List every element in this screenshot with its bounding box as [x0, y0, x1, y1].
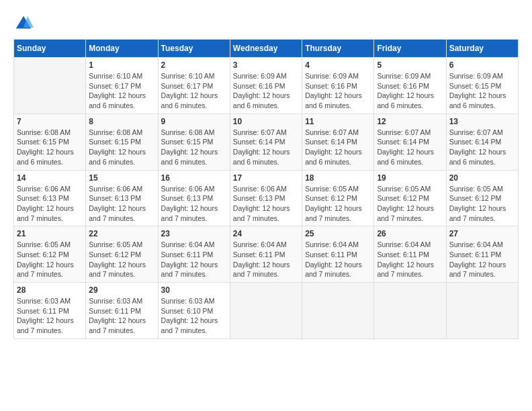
calendar-week-1: 1Sunrise: 6:10 AM Sunset: 6:17 PM Daylig… — [14, 58, 519, 114]
calendar-cell: 12Sunrise: 6:07 AM Sunset: 6:14 PM Dayli… — [374, 113, 446, 170]
day-info: Sunrise: 6:04 AM Sunset: 6:11 PM Dayligh… — [233, 240, 299, 279]
calendar-cell: 8Sunrise: 6:08 AM Sunset: 6:15 PM Daylig… — [86, 113, 158, 170]
day-number: 19 — [377, 173, 443, 183]
calendar-cell: 29Sunrise: 6:03 AM Sunset: 6:11 PM Dayli… — [86, 283, 158, 339]
calendar-cell: 14Sunrise: 6:06 AM Sunset: 6:13 PM Dayli… — [14, 170, 86, 226]
calendar-table: SundayMondayTuesdayWednesdayThursdayFrid… — [13, 39, 519, 339]
day-number: 24 — [233, 229, 299, 238]
calendar-body: 1Sunrise: 6:10 AM Sunset: 6:17 PM Daylig… — [14, 58, 519, 339]
day-number: 10 — [233, 117, 299, 126]
day-info: Sunrise: 6:05 AM Sunset: 6:12 PM Dayligh… — [17, 240, 83, 279]
day-number: 26 — [377, 229, 443, 238]
calendar-cell: 17Sunrise: 6:06 AM Sunset: 6:13 PM Dayli… — [230, 170, 302, 226]
calendar-cell: 26Sunrise: 6:04 AM Sunset: 6:11 PM Dayli… — [374, 226, 446, 283]
day-info: Sunrise: 6:09 AM Sunset: 6:16 PM Dayligh… — [305, 71, 371, 111]
day-number: 13 — [449, 117, 515, 126]
weekday-header-row: SundayMondayTuesdayWednesdayThursdayFrid… — [14, 40, 519, 58]
day-info: Sunrise: 6:03 AM Sunset: 6:11 PM Dayligh… — [17, 296, 83, 336]
day-info: Sunrise: 6:10 AM Sunset: 6:17 PM Dayligh… — [161, 71, 227, 111]
day-info: Sunrise: 6:08 AM Sunset: 6:15 PM Dayligh… — [17, 128, 83, 167]
day-number: 17 — [233, 173, 299, 183]
day-number: 22 — [89, 229, 154, 238]
calendar-cell — [14, 58, 86, 114]
calendar-week-2: 7Sunrise: 6:08 AM Sunset: 6:15 PM Daylig… — [14, 113, 519, 170]
day-info: Sunrise: 6:03 AM Sunset: 6:10 PM Dayligh… — [161, 296, 227, 336]
calendar-cell — [446, 283, 518, 339]
day-info: Sunrise: 6:09 AM Sunset: 6:16 PM Dayligh… — [377, 71, 443, 111]
day-info: Sunrise: 6:06 AM Sunset: 6:13 PM Dayligh… — [17, 184, 83, 224]
weekday-header-saturday: Saturday — [446, 40, 518, 58]
day-number: 30 — [161, 285, 227, 295]
day-info: Sunrise: 6:06 AM Sunset: 6:13 PM Dayligh… — [161, 184, 227, 224]
day-info: Sunrise: 6:07 AM Sunset: 6:14 PM Dayligh… — [449, 128, 515, 167]
day-info: Sunrise: 6:08 AM Sunset: 6:15 PM Dayligh… — [161, 128, 227, 167]
day-info: Sunrise: 6:06 AM Sunset: 6:13 PM Dayligh… — [233, 184, 299, 224]
page-header — [13, 13, 519, 34]
day-info: Sunrise: 6:07 AM Sunset: 6:14 PM Dayligh… — [377, 128, 443, 167]
logo — [13, 13, 36, 34]
day-number: 29 — [89, 285, 154, 295]
day-number: 21 — [17, 229, 83, 238]
calendar-cell: 2Sunrise: 6:10 AM Sunset: 6:17 PM Daylig… — [158, 58, 230, 114]
calendar-cell: 20Sunrise: 6:05 AM Sunset: 6:12 PM Dayli… — [446, 170, 518, 226]
calendar-cell: 15Sunrise: 6:06 AM Sunset: 6:13 PM Dayli… — [86, 170, 158, 226]
weekday-header-friday: Friday — [374, 40, 446, 58]
day-info: Sunrise: 6:03 AM Sunset: 6:11 PM Dayligh… — [89, 296, 154, 336]
day-info: Sunrise: 6:04 AM Sunset: 6:11 PM Dayligh… — [161, 240, 227, 279]
calendar-cell: 19Sunrise: 6:05 AM Sunset: 6:12 PM Dayli… — [374, 170, 446, 226]
calendar-cell: 5Sunrise: 6:09 AM Sunset: 6:16 PM Daylig… — [374, 58, 446, 114]
calendar-week-3: 14Sunrise: 6:06 AM Sunset: 6:13 PM Dayli… — [14, 170, 519, 226]
day-number: 11 — [305, 117, 371, 126]
calendar-cell: 7Sunrise: 6:08 AM Sunset: 6:15 PM Daylig… — [14, 113, 86, 170]
day-number: 18 — [305, 173, 371, 183]
day-number: 20 — [449, 173, 515, 183]
day-info: Sunrise: 6:06 AM Sunset: 6:13 PM Dayligh… — [89, 184, 154, 224]
weekday-header-tuesday: Tuesday — [158, 40, 230, 58]
calendar-cell: 21Sunrise: 6:05 AM Sunset: 6:12 PM Dayli… — [14, 226, 86, 283]
calendar-cell: 11Sunrise: 6:07 AM Sunset: 6:14 PM Dayli… — [302, 113, 374, 170]
calendar-cell: 16Sunrise: 6:06 AM Sunset: 6:13 PM Dayli… — [158, 170, 230, 226]
day-number: 12 — [377, 117, 443, 126]
day-info: Sunrise: 6:07 AM Sunset: 6:14 PM Dayligh… — [305, 128, 371, 167]
calendar-cell: 23Sunrise: 6:04 AM Sunset: 6:11 PM Dayli… — [158, 226, 230, 283]
weekday-header-sunday: Sunday — [14, 40, 86, 58]
day-number: 9 — [161, 117, 227, 126]
weekday-header-thursday: Thursday — [302, 40, 374, 58]
calendar-week-5: 28Sunrise: 6:03 AM Sunset: 6:11 PM Dayli… — [14, 283, 519, 339]
calendar-cell: 4Sunrise: 6:09 AM Sunset: 6:16 PM Daylig… — [302, 58, 374, 114]
calendar-cell: 3Sunrise: 6:09 AM Sunset: 6:16 PM Daylig… — [230, 58, 302, 114]
day-info: Sunrise: 6:04 AM Sunset: 6:11 PM Dayligh… — [305, 240, 371, 279]
calendar-week-4: 21Sunrise: 6:05 AM Sunset: 6:12 PM Dayli… — [14, 226, 519, 283]
calendar-cell: 6Sunrise: 6:09 AM Sunset: 6:15 PM Daylig… — [446, 58, 518, 114]
day-number: 15 — [89, 173, 154, 183]
day-info: Sunrise: 6:05 AM Sunset: 6:12 PM Dayligh… — [305, 184, 371, 224]
day-number: 5 — [377, 60, 443, 70]
day-number: 4 — [305, 60, 371, 70]
calendar-cell: 10Sunrise: 6:07 AM Sunset: 6:14 PM Dayli… — [230, 113, 302, 170]
day-number: 27 — [449, 229, 515, 238]
day-info: Sunrise: 6:05 AM Sunset: 6:12 PM Dayligh… — [449, 184, 515, 224]
day-info: Sunrise: 6:05 AM Sunset: 6:12 PM Dayligh… — [89, 240, 154, 279]
day-number: 6 — [449, 60, 515, 70]
calendar-cell — [230, 283, 302, 339]
calendar-cell: 27Sunrise: 6:04 AM Sunset: 6:11 PM Dayli… — [446, 226, 518, 283]
day-info: Sunrise: 6:10 AM Sunset: 6:17 PM Dayligh… — [89, 71, 154, 111]
day-number: 25 — [305, 229, 371, 238]
calendar-cell: 24Sunrise: 6:04 AM Sunset: 6:11 PM Dayli… — [230, 226, 302, 283]
day-number: 28 — [17, 285, 83, 295]
day-number: 14 — [17, 173, 83, 183]
calendar-header: SundayMondayTuesdayWednesdayThursdayFrid… — [14, 40, 519, 58]
weekday-header-wednesday: Wednesday — [230, 40, 302, 58]
day-number: 2 — [161, 60, 227, 70]
day-info: Sunrise: 6:09 AM Sunset: 6:15 PM Dayligh… — [449, 71, 515, 111]
day-number: 7 — [17, 117, 83, 126]
calendar-cell: 1Sunrise: 6:10 AM Sunset: 6:17 PM Daylig… — [86, 58, 158, 114]
day-info: Sunrise: 6:04 AM Sunset: 6:11 PM Dayligh… — [377, 240, 443, 279]
day-number: 1 — [89, 60, 154, 70]
logo-icon — [13, 13, 34, 34]
calendar-cell: 25Sunrise: 6:04 AM Sunset: 6:11 PM Dayli… — [302, 226, 374, 283]
calendar-cell: 30Sunrise: 6:03 AM Sunset: 6:10 PM Dayli… — [158, 283, 230, 339]
calendar-cell: 9Sunrise: 6:08 AM Sunset: 6:15 PM Daylig… — [158, 113, 230, 170]
day-info: Sunrise: 6:07 AM Sunset: 6:14 PM Dayligh… — [233, 128, 299, 167]
calendar-cell: 28Sunrise: 6:03 AM Sunset: 6:11 PM Dayli… — [14, 283, 86, 339]
